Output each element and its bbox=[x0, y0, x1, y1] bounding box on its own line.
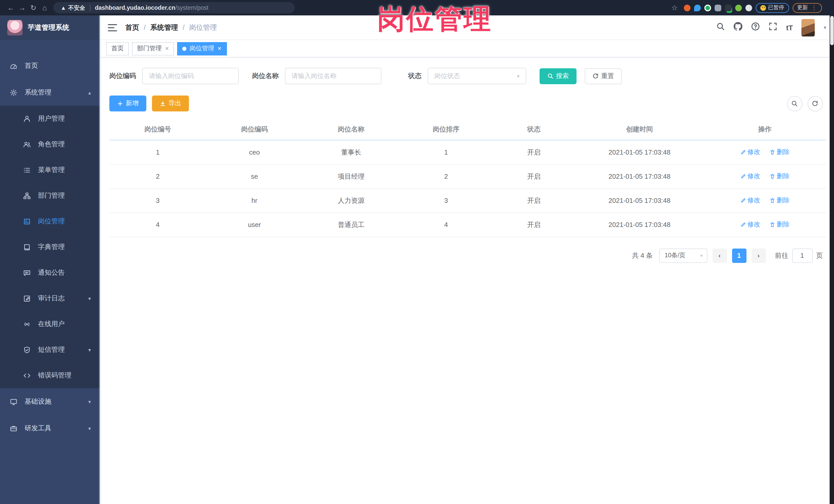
fullscreen-icon[interactable] bbox=[769, 22, 777, 33]
edit-link[interactable]: 修改 bbox=[740, 220, 760, 229]
sidebar-item-user-management[interactable]: 用户管理 bbox=[0, 106, 100, 131]
add-button[interactable]: 新增 bbox=[109, 95, 146, 111]
extension-icon[interactable] bbox=[745, 4, 752, 11]
post-code-input[interactable] bbox=[142, 68, 239, 84]
sidebar-item-menu-management[interactable]: 菜单管理 bbox=[0, 157, 100, 183]
edit-link[interactable]: 修改 bbox=[740, 148, 760, 157]
sidebar-item-post-management[interactable]: 岗位管理 bbox=[0, 209, 100, 234]
active-dot bbox=[182, 46, 186, 50]
post-code-label: 岗位编码 bbox=[109, 71, 136, 81]
tab-post-management[interactable]: 岗位管理 ✕ bbox=[177, 42, 227, 55]
extension-icon[interactable] bbox=[715, 4, 721, 11]
cell-sort: 2 bbox=[399, 164, 492, 189]
sidebar-item-label: 基础设施 bbox=[25, 397, 51, 406]
github-icon[interactable] bbox=[734, 22, 743, 33]
browser-menu-icon[interactable]: ⋮ bbox=[811, 4, 817, 11]
browser-back-icon[interactable]: ← bbox=[5, 4, 17, 12]
extension-paused-badge[interactable]: 已暂停 bbox=[756, 3, 789, 13]
browser-scrollbar[interactable] bbox=[829, 16, 834, 504]
tab-label: 岗位管理 bbox=[190, 44, 214, 53]
edit-link[interactable]: 修改 bbox=[740, 196, 760, 205]
edit-link[interactable]: 修改 bbox=[740, 172, 760, 181]
app-logo-image bbox=[7, 20, 23, 36]
extension-icon[interactable] bbox=[684, 4, 690, 11]
cell-sort: 3 bbox=[399, 189, 492, 213]
bookmark-star-icon[interactable]: ☆ bbox=[669, 4, 680, 12]
browser-address-bar[interactable]: ▲ 不安全 dashboard.yudao.iocoder.cn /system… bbox=[53, 2, 295, 13]
breadcrumb-system[interactable]: 系统管理 bbox=[150, 23, 178, 32]
page-size-select[interactable]: 10条/页 ▾ bbox=[659, 248, 707, 263]
help-icon[interactable] bbox=[751, 22, 760, 33]
sidebar-item-dict-management[interactable]: 字典管理 bbox=[0, 234, 100, 260]
address-divider bbox=[90, 4, 90, 11]
prev-page-button[interactable]: ‹ bbox=[712, 248, 727, 263]
emoji-icon bbox=[760, 5, 766, 10]
sidebar-item-dept-management[interactable]: 部门管理 bbox=[0, 183, 100, 209]
posts-table: 岗位编号 岗位编码 岗位名称 岗位排序 状态 创建时间 操作 1 ceo bbox=[109, 118, 826, 237]
header-search-icon[interactable] bbox=[717, 22, 725, 33]
delete-link[interactable]: 删除 bbox=[770, 196, 790, 205]
app-navbar: 首页 / 系统管理 / 岗位管理 tT ▾ bbox=[100, 16, 834, 40]
sidebar-item-infrastructure[interactable]: 基础设施 ▾ bbox=[0, 388, 100, 415]
gear-icon bbox=[9, 88, 18, 96]
sidebar-item-label: 系统管理 bbox=[25, 88, 51, 97]
sidebar-item-label: 岗位管理 bbox=[38, 217, 65, 226]
page-number-1[interactable]: 1 bbox=[732, 248, 746, 263]
avatar[interactable] bbox=[802, 19, 815, 36]
sidebar-item-home[interactable]: 首页 bbox=[0, 52, 100, 79]
browser-reload-icon[interactable]: ↻ bbox=[28, 4, 39, 12]
sidebar-submenu-system: 用户管理 角色管理 菜单管理 部门管理 bbox=[0, 106, 100, 388]
sidebar-item-error-code-management[interactable]: 错误码管理 bbox=[0, 363, 100, 388]
goto-page-input[interactable] bbox=[792, 248, 812, 263]
search-button[interactable]: 搜索 bbox=[540, 68, 576, 84]
sidebar-item-label: 错误码管理 bbox=[38, 371, 71, 380]
url-path: /system/post bbox=[175, 5, 208, 11]
toggle-search-button[interactable] bbox=[787, 96, 802, 111]
refresh-table-button[interactable] bbox=[807, 96, 823, 111]
delete-link[interactable]: 删除 bbox=[770, 172, 790, 181]
table-row: 4 user 普通员工 4 开启 2021-01-05 17:03:48 修改删… bbox=[109, 213, 826, 237]
cell-sort: 1 bbox=[399, 140, 492, 164]
sidebar-item-label: 角色管理 bbox=[38, 140, 65, 149]
sidebar-item-label: 用户管理 bbox=[38, 114, 65, 123]
sidebar: 芋道管理系统 首页 系统管理 ▴ 用户管理 bbox=[0, 16, 100, 504]
status-select-placeholder: 岗位状态 bbox=[434, 72, 460, 80]
sidebar-item-audit-log[interactable]: 审计日志 ▾ bbox=[0, 285, 100, 311]
app-logo-row[interactable]: 芋道管理系统 bbox=[0, 16, 100, 40]
sidebar-item-online-users[interactable]: 在线用户 bbox=[0, 311, 100, 337]
extension-icon[interactable] bbox=[704, 4, 711, 11]
delete-link[interactable]: 删除 bbox=[770, 220, 790, 229]
browser-home-icon[interactable]: ⌂ bbox=[39, 4, 50, 12]
browser-forward-icon[interactable]: → bbox=[17, 4, 28, 12]
table-row: 3 hr 人力资源 3 开启 2021-01-05 17:03:48 修改删除 bbox=[109, 189, 826, 213]
next-page-button[interactable]: › bbox=[751, 248, 766, 263]
tab-dept-management[interactable]: 部门管理 ✕ bbox=[132, 42, 174, 55]
close-icon[interactable]: ✕ bbox=[165, 46, 169, 51]
cell-code: hr bbox=[206, 189, 303, 213]
browser-update-button[interactable]: 更新 ⋮ bbox=[792, 3, 822, 13]
extension-icon[interactable] bbox=[735, 4, 742, 11]
export-button[interactable]: 导出 bbox=[152, 95, 189, 111]
sidebar-item-system-management[interactable]: 系统管理 ▴ bbox=[0, 79, 100, 106]
tab-home[interactable]: 首页 bbox=[106, 42, 129, 55]
extension-icon[interactable] bbox=[725, 4, 731, 11]
sidebar-item-role-management[interactable]: 角色管理 bbox=[0, 131, 100, 157]
post-name-input[interactable] bbox=[285, 68, 381, 84]
chevron-down-icon: ▾ bbox=[88, 295, 91, 301]
users-icon bbox=[23, 140, 31, 148]
sidebar-collapse-icon[interactable] bbox=[108, 24, 117, 31]
sidebar-item-label: 审计日志 bbox=[38, 294, 65, 303]
reset-button[interactable]: 重置 bbox=[585, 68, 622, 84]
scrollbar-thumb[interactable] bbox=[830, 16, 833, 45]
avatar-caret-icon[interactable]: ▾ bbox=[824, 25, 826, 30]
breadcrumb-home[interactable]: 首页 bbox=[125, 23, 139, 32]
extension-icon[interactable] bbox=[694, 4, 701, 11]
font-size-icon[interactable]: tT bbox=[786, 23, 793, 31]
security-warning[interactable]: ▲ 不安全 bbox=[61, 4, 85, 12]
sidebar-item-notice[interactable]: 通知公告 bbox=[0, 260, 100, 285]
sidebar-item-dev-tools[interactable]: 研发工具 ▾ bbox=[0, 415, 100, 442]
sidebar-item-sms-management[interactable]: 短信管理 ▾ bbox=[0, 337, 100, 363]
status-select[interactable]: 岗位状态 ▾ bbox=[427, 68, 526, 84]
delete-link[interactable]: 删除 bbox=[770, 148, 790, 157]
close-icon[interactable]: ✕ bbox=[217, 46, 222, 51]
